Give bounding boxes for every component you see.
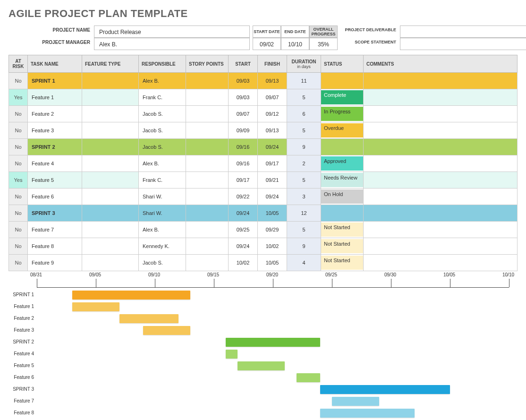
cell-story-points[interactable] xyxy=(186,122,229,139)
th-feature-type[interactable]: FEATURE TYPE xyxy=(82,55,139,73)
cell-story-points[interactable] xyxy=(186,89,229,106)
cell-story-points[interactable] xyxy=(186,172,229,189)
gantt-bar[interactable] xyxy=(72,291,190,300)
th-finish[interactable]: FINISH xyxy=(258,55,287,73)
cell-start[interactable]: 09/24 xyxy=(229,205,258,222)
cell-status[interactable] xyxy=(321,205,364,222)
cell-feature-type[interactable] xyxy=(82,238,139,255)
cell-start[interactable]: 09/25 xyxy=(229,222,258,238)
th-comments[interactable]: COMMENTS xyxy=(364,55,518,73)
cell-story-points[interactable] xyxy=(186,106,229,122)
cell-feature-type[interactable] xyxy=(82,172,139,189)
cell-feature-type[interactable] xyxy=(82,89,139,106)
cell-finish[interactable]: 09/13 xyxy=(258,73,287,89)
cell-responsible[interactable]: Jacob S. xyxy=(139,255,186,271)
cell-status[interactable] xyxy=(321,139,364,155)
cell-task[interactable]: SPRINT 2 xyxy=(28,139,82,155)
cell-start[interactable]: 09/09 xyxy=(229,122,258,139)
th-duration[interactable]: DURATIONin days xyxy=(287,55,321,73)
cell-duration[interactable]: 6 xyxy=(287,106,321,122)
cell-at-risk[interactable]: No xyxy=(9,73,28,89)
cell-feature-type[interactable] xyxy=(82,205,139,222)
gantt-bar[interactable] xyxy=(332,397,379,406)
cell-task[interactable]: Feature 5 xyxy=(28,172,82,189)
cell-feature-type[interactable] xyxy=(82,122,139,139)
th-status[interactable]: STATUS xyxy=(321,55,364,73)
cell-at-risk[interactable]: Yes xyxy=(9,172,28,189)
table-row[interactable]: YesFeature 5Frank C.09/1709/215Needs Rev… xyxy=(9,172,518,189)
cell-duration[interactable]: 5 xyxy=(287,89,321,106)
cell-task[interactable]: Feature 6 xyxy=(28,189,82,205)
project-name-field[interactable]: Product Release xyxy=(94,26,250,38)
cell-feature-type[interactable] xyxy=(82,106,139,122)
cell-comments[interactable] xyxy=(364,155,518,172)
cell-at-risk[interactable]: Yes xyxy=(9,89,28,106)
scope-statement-field[interactable] xyxy=(400,38,526,50)
cell-task[interactable]: Feature 4 xyxy=(28,155,82,172)
table-row[interactable]: NoFeature 6Shari W.09/2209/243On Hold xyxy=(9,189,518,205)
cell-responsible[interactable]: Alex B. xyxy=(139,222,186,238)
cell-duration[interactable]: 4 xyxy=(287,255,321,271)
cell-comments[interactable] xyxy=(364,139,518,155)
gantt-bar[interactable] xyxy=(320,385,450,394)
cell-responsible[interactable]: Jacob S. xyxy=(139,139,186,155)
cell-status[interactable]: On Hold xyxy=(321,189,364,205)
cell-story-points[interactable] xyxy=(186,238,229,255)
project-deliverable-field[interactable] xyxy=(400,26,526,38)
cell-at-risk[interactable]: No xyxy=(9,238,28,255)
th-at-risk[interactable]: AT RISK xyxy=(9,55,28,73)
cell-status[interactable]: Overdue xyxy=(321,122,364,139)
cell-at-risk[interactable]: No xyxy=(9,255,28,271)
cell-responsible[interactable]: Frank C. xyxy=(139,172,186,189)
cell-responsible[interactable]: Kennedy K. xyxy=(139,238,186,255)
cell-status[interactable]: Not Started xyxy=(321,255,364,271)
cell-start[interactable]: 09/24 xyxy=(229,238,258,255)
gantt-bar[interactable] xyxy=(297,373,320,382)
cell-status[interactable] xyxy=(321,73,364,89)
cell-start[interactable]: 09/22 xyxy=(229,189,258,205)
cell-comments[interactable] xyxy=(364,106,518,122)
cell-story-points[interactable] xyxy=(186,139,229,155)
gantt-bar[interactable] xyxy=(320,409,415,418)
cell-finish[interactable]: 09/24 xyxy=(258,139,287,155)
gantt-bar[interactable] xyxy=(119,314,178,323)
cell-start[interactable]: 09/03 xyxy=(229,89,258,106)
cell-task[interactable]: Feature 3 xyxy=(28,122,82,139)
table-row[interactable]: NoSPRINT 2Jacob S.09/1609/249 xyxy=(9,139,518,155)
cell-responsible[interactable]: Alex B. xyxy=(139,155,186,172)
cell-story-points[interactable] xyxy=(186,73,229,89)
cell-duration[interactable]: 5 xyxy=(287,222,321,238)
cell-status[interactable]: Complete xyxy=(321,89,364,106)
cell-finish[interactable]: 09/13 xyxy=(258,122,287,139)
gantt-bar[interactable] xyxy=(226,338,320,347)
end-date-field[interactable]: 10/10 xyxy=(281,38,309,50)
table-row[interactable]: NoFeature 9Jacob S.10/0210/054Not Starte… xyxy=(9,255,518,271)
cell-task[interactable]: Feature 7 xyxy=(28,222,82,238)
cell-finish[interactable]: 09/17 xyxy=(258,155,287,172)
gantt-bar[interactable] xyxy=(143,326,190,335)
cell-responsible[interactable]: Frank C. xyxy=(139,89,186,106)
cell-duration[interactable]: 9 xyxy=(287,139,321,155)
table-row[interactable]: NoFeature 8Kennedy K.09/2410/029Not Star… xyxy=(9,238,518,255)
cell-at-risk[interactable]: No xyxy=(9,189,28,205)
cell-duration[interactable]: 12 xyxy=(287,205,321,222)
cell-feature-type[interactable] xyxy=(82,155,139,172)
cell-at-risk[interactable]: No xyxy=(9,139,28,155)
cell-at-risk[interactable]: No xyxy=(9,106,28,122)
cell-feature-type[interactable] xyxy=(82,222,139,238)
cell-responsible[interactable]: Jacob S. xyxy=(139,106,186,122)
cell-duration[interactable]: 2 xyxy=(287,155,321,172)
cell-comments[interactable] xyxy=(364,205,518,222)
cell-status[interactable]: Not Started xyxy=(321,238,364,255)
cell-story-points[interactable] xyxy=(186,189,229,205)
cell-feature-type[interactable] xyxy=(82,139,139,155)
cell-finish[interactable]: 09/21 xyxy=(258,172,287,189)
cell-comments[interactable] xyxy=(364,189,518,205)
cell-start[interactable]: 10/02 xyxy=(229,255,258,271)
cell-start[interactable]: 09/16 xyxy=(229,139,258,155)
cell-duration[interactable]: 5 xyxy=(287,122,321,139)
cell-start[interactable]: 09/17 xyxy=(229,172,258,189)
cell-task[interactable]: Feature 2 xyxy=(28,106,82,122)
cell-feature-type[interactable] xyxy=(82,255,139,271)
cell-comments[interactable] xyxy=(364,89,518,106)
